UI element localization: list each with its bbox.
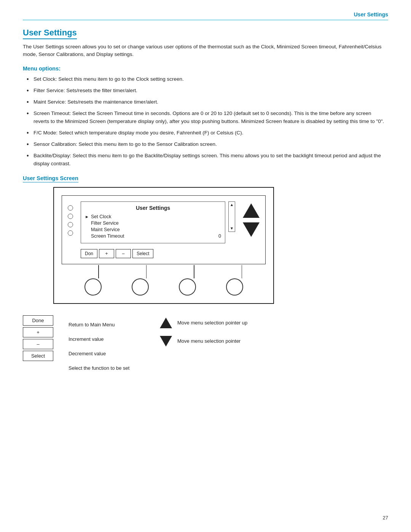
screen-menu-area: User Settings ► Set Clock ► Filter Servi… — [81, 201, 225, 243]
menu-item-label-1: Filter Service — [91, 220, 119, 226]
legend-select-button[interactable]: Select — [23, 351, 53, 361]
header-title: User Settings — [354, 11, 388, 18]
indicator-circle-2 — [68, 214, 73, 219]
menu-item-label-0: Set Clock — [91, 214, 112, 219]
legend-desc-1: Increment value — [68, 332, 145, 347]
screen-plus-button[interactable]: + — [99, 249, 114, 258]
legend-nav-down-row: Move menu selection pointer — [160, 336, 247, 347]
legend-descriptions: Return to Main Menu Increment value Decr… — [68, 315, 145, 375]
legend-nav-up-row: Move menu selection pointer up — [160, 318, 247, 328]
list-item: Filter Service: Sets/resets the filter t… — [27, 87, 388, 94]
menu-item-row-2: ► Maint Service — [85, 227, 221, 232]
menu-item-value-3: 0 — [218, 233, 221, 239]
connector-2 — [146, 265, 147, 278]
indicator-circle-3 — [68, 222, 73, 227]
scrollbar: ▲ ▼ — [228, 201, 235, 232]
nav-up-arrow-icon — [243, 203, 260, 218]
screen-select-button[interactable]: Select — [132, 249, 153, 258]
connector-3 — [194, 265, 194, 278]
indicator-circle-4 — [68, 230, 73, 236]
legend-nav-up-text: Move menu selection pointer up — [177, 320, 247, 326]
scroll-up-icon: ▲ — [230, 203, 234, 207]
nav-down-arrow-icon — [243, 222, 260, 237]
list-item: Sensor Calibration: Select this menu ite… — [27, 141, 388, 148]
list-item: Maint Service: Sets/resets the maintenan… — [27, 98, 388, 106]
menu-options-heading: Menu options: — [23, 66, 388, 72]
connectors-area — [75, 265, 266, 278]
menu-options-list: Set Clock: Select this menu item to go t… — [23, 75, 388, 168]
legend-nav-down-text: Move menu selection pointer — [177, 338, 241, 344]
connector-4 — [242, 265, 242, 278]
screen-minus-button[interactable]: – — [116, 249, 131, 258]
bottom-circle-3[interactable] — [179, 278, 196, 296]
bottom-circle-1[interactable] — [84, 278, 102, 296]
menu-item-row-3: ► Screen Timeout 0 — [85, 233, 221, 239]
screen-done-button[interactable]: Don — [81, 249, 97, 258]
page-title: User Settings — [23, 28, 77, 39]
thermostat-diagram: User Settings ► Set Clock ► Filter Servi… — [53, 187, 274, 304]
list-item: Set Clock: Select this menu item to go t… — [27, 75, 388, 83]
bottom-circle-4[interactable] — [226, 278, 243, 296]
screen-top-row: User Settings ► Set Clock ► Filter Servi… — [68, 201, 260, 243]
legend-up-triangle-icon — [160, 318, 172, 328]
thermostat-inner: User Settings ► Set Clock ► Filter Servi… — [62, 195, 266, 264]
screen-menu-title: User Settings — [85, 205, 221, 211]
legend-down-triangle-icon — [160, 336, 172, 347]
screen-section-heading: User Settings Screen — [23, 175, 78, 182]
top-bar: User Settings — [23, 11, 388, 20]
legend-done-button[interactable]: Done — [23, 315, 53, 326]
screen-buttons-row: Don + – Select — [81, 249, 260, 258]
menu-item-row-0: ► Set Clock — [85, 214, 221, 219]
page-number: 27 — [383, 515, 388, 521]
legend-plus-button[interactable]: + — [23, 327, 53, 337]
nav-arrows — [243, 203, 260, 237]
list-item: F/C Mode: Select which temperature displ… — [27, 129, 388, 137]
bottom-circle-2[interactable] — [132, 278, 149, 296]
bottom-circles-row — [62, 278, 266, 296]
connector-1 — [98, 265, 99, 278]
legend-buttons: Done + – Select — [23, 315, 53, 361]
legend-minus-button[interactable]: – — [23, 339, 53, 349]
intro-text: The User Settings screen allows you to s… — [23, 43, 388, 59]
legend-desc-2: Decrement value — [68, 347, 145, 361]
legend-section: Done + – Select Return to Main Menu Incr… — [23, 315, 388, 375]
legend-desc-0: Return to Main Menu — [68, 318, 145, 332]
list-item: Backlite/Display: Select this menu item … — [27, 152, 388, 168]
menu-item-row-1: ► Filter Service — [85, 220, 221, 226]
selection-arrow: ► — [85, 214, 89, 219]
list-item: Screen Timeout: Select the Screen Timeou… — [27, 110, 388, 125]
menu-item-label-2: Maint Service — [91, 227, 120, 232]
legend-desc-3: Select the function to be set — [68, 361, 145, 375]
menu-item-label-3: Screen Timeout — [91, 233, 124, 239]
legend-nav-arrows: Move menu selection pointer up Move menu… — [160, 315, 247, 347]
indicator-circles — [68, 205, 73, 236]
indicator-circle-1 — [68, 205, 73, 211]
scroll-down-icon: ▼ — [230, 227, 234, 230]
